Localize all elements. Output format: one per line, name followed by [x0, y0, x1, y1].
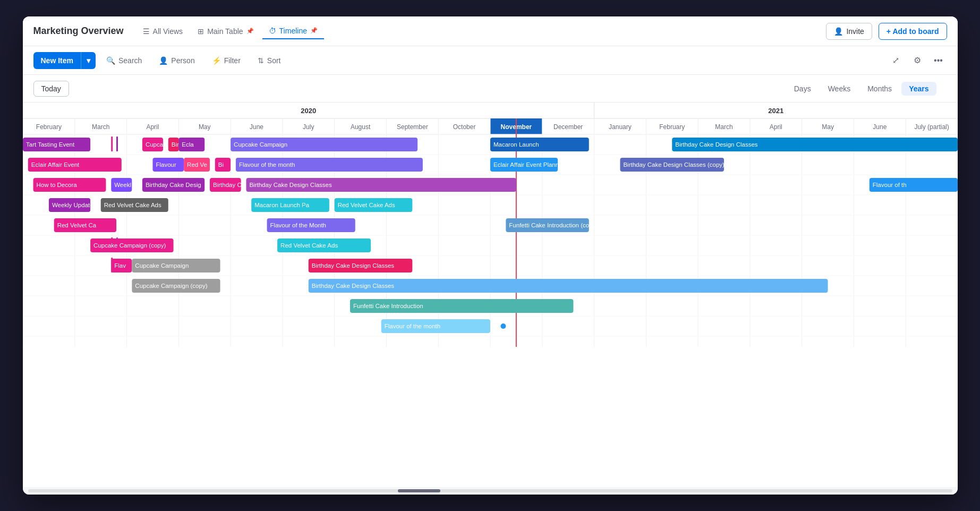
sort-button[interactable]: ⇅ Sort: [251, 53, 287, 69]
svg-text:October: October: [453, 123, 475, 131]
invite-button[interactable]: 👤 Invite: [826, 23, 872, 40]
more-options-icon[interactable]: •••: [930, 52, 947, 69]
person-button[interactable]: 👤 Person: [152, 53, 201, 69]
svg-text:Red Velvet Ca: Red Velvet Ca: [57, 222, 96, 228]
svg-text:Funfetti Cake Introduction (co: Funfetti Cake Introduction (copy): [509, 222, 598, 228]
svg-text:May: May: [198, 123, 210, 131]
svg-text:2020: 2020: [301, 107, 316, 115]
svg-text:April: April: [769, 123, 782, 131]
svg-text:December: December: [553, 123, 582, 131]
sort-icon: ⇅: [258, 56, 264, 65]
svg-text:How to Decora: How to Decora: [36, 182, 77, 188]
timeline-icon: ⏱: [269, 27, 276, 35]
svg-text:Red Velvet Cake Ads: Red Velvet Cake Ads: [280, 242, 338, 249]
svg-text:Bir: Bir: [171, 141, 178, 148]
person-icon: 👤: [834, 27, 843, 36]
new-item-label: New Item: [33, 52, 81, 69]
svg-rect-76: [116, 137, 118, 151]
svg-text:Birthday Cake Design Classes: Birthday Cake Design Classes: [675, 141, 758, 148]
svg-text:May: May: [822, 123, 834, 131]
svg-text:Flav: Flav: [114, 262, 126, 269]
svg-point-152: [500, 323, 506, 329]
svg-text:Birthday Cake Design Classes (: Birthday Cake Design Classes (copy): [623, 161, 725, 168]
svg-text:Birthday Cake Design Classes: Birthday Cake Design Classes: [311, 283, 394, 289]
pin-icon-2: 📌: [310, 27, 318, 34]
scrollbar-area[interactable]: [23, 487, 958, 495]
app-title: Marketing Overview: [33, 25, 124, 37]
svg-text:Birthday Cake Design Classes: Birthday Cake Design Classes: [311, 262, 394, 269]
scrollbar-thumb[interactable]: [398, 489, 440, 492]
list-icon: ☰: [143, 27, 150, 36]
tab-main-table[interactable]: ⊞ Main Table 📌: [191, 24, 260, 39]
table-icon: ⊞: [198, 27, 204, 36]
weeks-scale-button[interactable]: Weeks: [821, 82, 858, 96]
tab-timeline[interactable]: ⏱ Timeline 📌: [262, 23, 324, 39]
filter-button[interactable]: ⚡ Filter: [206, 53, 247, 69]
svg-text:April: April: [146, 123, 159, 131]
svg-text:Flavour of th: Flavour of th: [872, 182, 906, 188]
svg-text:August: August: [350, 123, 370, 131]
scrollbar-track: [28, 489, 952, 492]
svg-text:Flavour of the Month: Flavour of the Month: [270, 222, 326, 228]
months-scale-button[interactable]: Months: [860, 82, 899, 96]
days-scale-button[interactable]: Days: [787, 82, 819, 96]
svg-text:January: January: [609, 123, 632, 131]
svg-text:Cupcake Campaign (copy): Cupcake Campaign (copy): [93, 242, 166, 249]
search-icon: 🔍: [106, 56, 115, 65]
svg-text:Ecla: Ecla: [182, 141, 194, 148]
svg-text:Cupcake: Cupcake: [145, 141, 169, 148]
nav-tabs: ☰ All Views ⊞ Main Table 📌 ⏱ Timeline 📌: [137, 23, 826, 39]
svg-text:Red Velvet Cake Ads: Red Velvet Cake Ads: [337, 202, 395, 208]
today-button[interactable]: Today: [33, 81, 69, 97]
svg-text:June: June: [249, 123, 263, 131]
svg-text:Cupcake Campaign: Cupcake Campaign: [234, 141, 287, 148]
svg-text:Red Velvet Cake Ads: Red Velvet Cake Ads: [104, 202, 161, 208]
svg-text:Cupcake Campaign: Cupcake Campaign: [135, 262, 189, 269]
app-window: Marketing Overview ☰ All Views ⊞ Main Ta…: [23, 16, 958, 495]
svg-text:Red Ve: Red Ve: [187, 161, 207, 168]
svg-text:Flavour of the month: Flavour of the month: [238, 161, 294, 168]
tab-all-views[interactable]: ☰ All Views: [137, 24, 190, 39]
add-board-button[interactable]: + Add to board: [879, 23, 947, 40]
svg-text:March: March: [715, 123, 732, 131]
pin-icon: 📌: [246, 28, 254, 35]
filter-icon: ⚡: [212, 56, 221, 65]
settings-icon[interactable]: ⚙: [909, 52, 926, 69]
svg-text:Birthday Cake Design Classes: Birthday Cake Design Classes: [249, 182, 332, 188]
svg-text:Weekl: Weekl: [114, 182, 131, 188]
years-scale-button[interactable]: Years: [901, 82, 936, 96]
svg-rect-75: [111, 137, 113, 151]
svg-text:September: September: [396, 123, 428, 131]
svg-text:Eclair Affair Event: Eclair Affair Event: [31, 161, 79, 168]
svg-text:March: March: [91, 123, 109, 131]
svg-text:Cupcake Campaign (copy): Cupcake Campaign (copy): [135, 283, 207, 289]
new-item-button[interactable]: New Item ▾: [33, 52, 96, 69]
svg-text:Funfetti Cake Introduction: Funfetti Cake Introduction: [353, 303, 423, 309]
toolbar-right: ⤢ ⚙ •••: [888, 52, 947, 69]
svg-text:July (partial): July (partial): [914, 123, 949, 131]
svg-text:Macaron Launch: Macaron Launch: [493, 141, 539, 148]
header: Marketing Overview ☰ All Views ⊞ Main Ta…: [23, 16, 958, 46]
svg-text:July: July: [303, 123, 314, 131]
svg-text:February: February: [36, 123, 61, 131]
header-right: 👤 Invite + Add to board: [826, 23, 947, 40]
new-item-dropdown-arrow[interactable]: ▾: [81, 52, 96, 69]
gantt-container[interactable]: 20202021FebruaryMarchAprilMayJuneJulyAug…: [23, 103, 958, 487]
svg-text:Flavour of the month: Flavour of the month: [384, 323, 440, 329]
svg-text:Weekly Update: Weekly Update: [52, 202, 93, 208]
svg-text:Macaron Launch Pa: Macaron Launch Pa: [254, 202, 310, 208]
svg-text:Tart Tasting Event: Tart Tasting Event: [26, 141, 75, 148]
search-button[interactable]: 🔍 Search: [100, 53, 148, 69]
person-filter-icon: 👤: [159, 56, 168, 65]
time-scale-buttons: Days Weeks Months Years: [787, 82, 936, 96]
svg-text:Bi: Bi: [218, 161, 223, 168]
gantt-chart: 20202021FebruaryMarchAprilMayJuneJulyAug…: [23, 103, 958, 347]
svg-text:June: June: [873, 123, 887, 131]
svg-text:2021: 2021: [768, 107, 783, 115]
svg-text:Eclair Affair Event Planning: Eclair Affair Event Planning: [493, 161, 567, 168]
svg-text:Birthday Ca: Birthday Ca: [213, 182, 245, 188]
svg-text:February: February: [659, 123, 685, 131]
svg-text:Flavour: Flavour: [156, 161, 176, 168]
svg-text:Birthday Cake Desig: Birthday Cake Desig: [145, 182, 201, 188]
expand-icon[interactable]: ⤢: [888, 52, 905, 69]
